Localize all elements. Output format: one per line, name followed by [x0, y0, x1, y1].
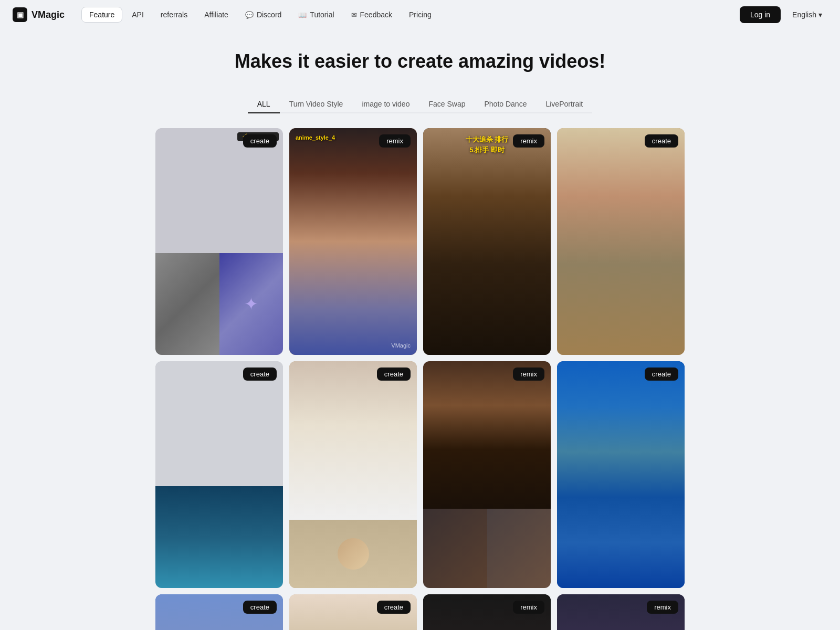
create-badge-6[interactable]: create	[377, 368, 411, 381]
gallery-card-4: create	[557, 128, 685, 355]
nav-discord[interactable]: 💬 Discord	[238, 7, 289, 22]
tab-turn-video-style[interactable]: Turn Video Style	[280, 96, 353, 113]
nav-tutorial[interactable]: 📖 Tutorial	[291, 7, 341, 22]
remix-badge-11[interactable]: remix	[513, 601, 544, 614]
create-badge-9[interactable]: create	[243, 601, 277, 614]
chevron-down-icon: ▾	[818, 10, 822, 19]
category-tabs: ALL Turn Video Style image to video Face…	[248, 96, 593, 113]
gallery-card-11: remix	[423, 594, 551, 630]
tab-face-swap[interactable]: Face Swap	[419, 96, 475, 113]
hero-title: Makes it easier to create amazing videos…	[0, 50, 840, 72]
discord-icon: 💬	[245, 11, 254, 19]
logo[interactable]: ▣ VMagic	[13, 7, 65, 22]
card-bottom-right-area: ✦	[219, 253, 284, 355]
anime-style-label: anime_style_4	[296, 134, 335, 141]
gallery-card-2: anime_style_4 VMagic remix	[289, 128, 417, 355]
nav-right: Log in English ▾	[740, 6, 827, 23]
create-badge-10[interactable]: create	[377, 601, 411, 614]
gallery-card-12: 不合常理的过人 技巧 remix	[557, 594, 685, 630]
gallery-card-8: create	[557, 361, 685, 588]
gallery-grid: ✦ ⚡ lightning create anime_style_4 VMagi…	[147, 128, 693, 630]
gallery-card-9: create	[155, 594, 283, 630]
nav-feature[interactable]: Feature	[81, 7, 122, 23]
gallery-card-7: remix	[423, 361, 551, 588]
remix-badge-3[interactable]: remix	[513, 134, 544, 148]
gallery-card-10: create	[289, 594, 417, 630]
tab-live-portrait[interactable]: LivePortrait	[536, 96, 592, 113]
nav-pricing[interactable]: Pricing	[402, 7, 439, 22]
gallery-card-1: ✦ ⚡ lightning create	[155, 128, 283, 355]
create-badge-5[interactable]: create	[243, 368, 277, 381]
feedback-icon: ✉	[351, 11, 357, 19]
brand-name: VMagic	[32, 9, 65, 20]
remix-badge-12[interactable]: remix	[647, 601, 678, 614]
navbar: ▣ VMagic Feature API referrals Affiliate…	[0, 0, 840, 29]
nav-api[interactable]: API	[124, 7, 151, 22]
watermark-1: VMagic	[391, 342, 411, 349]
tab-all[interactable]: ALL	[248, 96, 280, 113]
nav-affiliate[interactable]: Affiliate	[197, 7, 236, 22]
login-button[interactable]: Log in	[740, 6, 781, 23]
hero-section: Makes it easier to create amazing videos…	[0, 29, 840, 85]
create-badge-4[interactable]: create	[645, 134, 678, 148]
nav-feedback[interactable]: ✉ Feedback	[344, 7, 400, 22]
remix-badge-2[interactable]: remix	[379, 134, 411, 148]
tab-photo-dance[interactable]: Photo Dance	[475, 96, 537, 113]
gallery-card-5: create	[155, 361, 283, 588]
nav-referrals[interactable]: referrals	[153, 7, 195, 22]
tutorial-icon: 📖	[298, 11, 307, 19]
remix-badge-7[interactable]: remix	[513, 368, 544, 381]
gallery-card-3: 十大追杀 排行5.排手 即时 remix	[423, 128, 551, 355]
card-bottom-left-area	[155, 253, 219, 355]
gallery-card-6: create	[289, 361, 417, 588]
tab-image-to-video[interactable]: image to video	[352, 96, 419, 113]
logo-icon: ▣	[13, 7, 27, 22]
create-badge-8[interactable]: create	[645, 368, 678, 381]
create-badge-1[interactable]: create	[243, 134, 277, 148]
nav-links: Feature API referrals Affiliate 💬 Discor…	[81, 7, 740, 23]
language-selector[interactable]: English ▾	[787, 7, 827, 22]
